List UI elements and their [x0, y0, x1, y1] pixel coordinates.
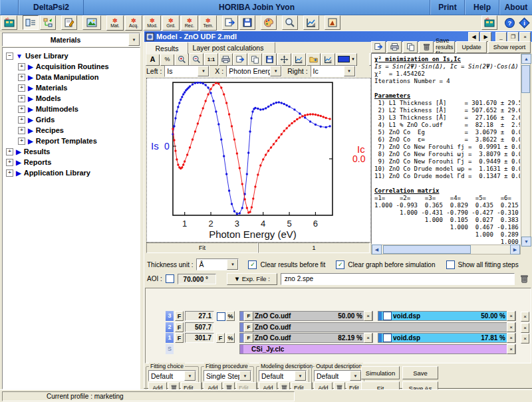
new-template-button[interactable]: ✲Tem. [200, 15, 217, 31]
remove-material-button[interactable]: × [364, 311, 372, 321]
left-axis-select[interactable]: Is▼ [164, 65, 209, 77]
expand-icon[interactable]: + [18, 63, 25, 70]
layer1-material-2[interactable]: void.dsp 17.81 % × [378, 333, 516, 343]
minimize-button[interactable]: _ [495, 32, 507, 42]
expand-icon[interactable]: + [18, 138, 25, 145]
tree-item-multimodels[interactable]: +▶Multimodels [3, 104, 140, 114]
tree-item-user-library[interactable]: −▼User Library [3, 50, 140, 61]
fitting-choice-select[interactable]: Default▼ [148, 370, 196, 381]
one-to-one-button[interactable]: 1:1 [204, 53, 218, 66]
expand-icon[interactable]: + [18, 74, 25, 81]
output-description-select[interactable]: Default▼ [314, 370, 362, 381]
material-fit-toggle[interactable]: F [244, 334, 253, 343]
search-button[interactable] [282, 15, 298, 30]
remove-material-button[interactable]: × [507, 322, 515, 332]
remove-material-button[interactable]: × [507, 333, 515, 343]
crosshair-button[interactable] [277, 53, 291, 66]
new-acquisition-button[interactable]: ✲Acq. [125, 15, 142, 31]
nav-next-button[interactable]: ▶ [480, 32, 491, 42]
x-axis-select[interactable]: Photon Energy▼ [226, 65, 282, 77]
menu-about[interactable]: About [499, 0, 532, 15]
show-steps-checkbox[interactable] [446, 260, 455, 269]
scroll-down-icon[interactable]: ▼ [521, 237, 531, 247]
chevron-down-icon[interactable]: ▼ [128, 33, 140, 46]
tree-item-report-templates[interactable]: +▶Report Templates [3, 136, 140, 146]
expand-icon[interactable]: + [6, 148, 13, 155]
layer1-pct-button[interactable]: % [226, 333, 235, 343]
delete-exp-file-button[interactable] [518, 273, 530, 284]
library-selector[interactable]: Materials ▼ [2, 33, 140, 47]
tree-item-application-library[interactable]: +▶Application Library [3, 167, 140, 178]
void-checkbox[interactable] [383, 334, 392, 342]
save-all-button[interactable] [239, 15, 255, 30]
layer1-material-1[interactable]: F ZnO Co.udf 82.19 % × [239, 333, 373, 343]
remove-material-button[interactable]: × [507, 311, 515, 321]
tree-item-results[interactable]: +▶Results [3, 146, 140, 157]
thickness-unit-select[interactable]: Å▼ [196, 258, 239, 270]
simulation-button[interactable]: Simulation [361, 366, 400, 379]
calculator-button[interactable] [1, 15, 17, 30]
results-vertical-scrollbar[interactable]: ▲ ▼ [521, 53, 531, 245]
show-report-button[interactable]: Show report [488, 41, 531, 53]
zoom-in-button[interactable] [175, 53, 189, 66]
help-button[interactable] [503, 16, 516, 29]
save-graph-button[interactable] [263, 53, 277, 66]
remove-layer-button[interactable]: × [521, 323, 529, 333]
collapse-icon[interactable]: − [6, 52, 13, 60]
right-axis-select[interactable]: Ic▼ [311, 65, 356, 77]
print-results-button[interactable] [387, 41, 402, 53]
expand-icon[interactable]: + [18, 127, 25, 134]
fit-chart-button[interactable] [321, 53, 335, 66]
close-button[interactable]: × [519, 32, 531, 42]
tree-item-models[interactable]: +▶Models [3, 93, 140, 104]
menu-print[interactable]: Print [430, 0, 465, 15]
copy-results-button[interactable] [403, 41, 418, 53]
print-graph-button[interactable] [219, 53, 233, 66]
open-data-button[interactable] [307, 53, 321, 66]
chart-tool-button[interactable] [303, 15, 319, 30]
expand-icon[interactable]: + [18, 116, 25, 124]
layer2-fit-toggle[interactable]: F [175, 322, 184, 332]
scroll-thumb[interactable] [383, 245, 471, 254]
expand-icon[interactable]: + [18, 95, 25, 102]
remove-material-button[interactable]: × [364, 333, 372, 343]
save-results-file-button[interactable]: Save results file [435, 41, 455, 53]
material-fit-toggle[interactable]: F [244, 323, 253, 332]
modeling-description-select[interactable]: Default▼ [259, 370, 307, 381]
tree-view-button[interactable] [23, 15, 39, 30]
new-recipe-button[interactable]: ✲Rec. [181, 15, 198, 31]
tab-results[interactable]: Results [146, 42, 188, 54]
tree-item-data-manipulation[interactable]: +▶Data Manipulation [3, 72, 140, 82]
spectra-chart[interactable]: 123456Photon Energy (eV)Is0Ic0.0 [146, 78, 371, 243]
remove-layer-button[interactable]: × [521, 312, 529, 322]
layer3-fit-toggle[interactable]: F [175, 311, 184, 321]
tree-item-reports[interactable]: +▶Reports [3, 157, 140, 167]
new-model-button[interactable]: ✲Mod. [144, 15, 161, 31]
layer3-checkbox[interactable] [217, 312, 225, 321]
aoi-value-field[interactable]: 70.000 ° [178, 274, 216, 284]
save-button[interactable]: Save [402, 366, 438, 379]
tree-item-materials[interactable]: +▶Materials [3, 82, 140, 93]
substrate-material[interactable]: CSi_Jy.clc × [239, 344, 516, 354]
scroll-up-icon[interactable]: ▲ [521, 54, 531, 64]
new-grid-button[interactable]: ✲Grd. [162, 15, 180, 31]
about-button[interactable] [517, 16, 531, 29]
layer3-pct-button[interactable]: % [226, 311, 235, 321]
layer1-fit-toggle-2[interactable]: F [216, 333, 225, 343]
palette-button[interactable] [261, 15, 277, 30]
image-view-button[interactable] [82, 15, 101, 30]
percent-button[interactable]: % [160, 53, 174, 66]
remove-material-button[interactable]: × [507, 344, 515, 354]
layer3-thickness-field[interactable]: 27.1 [185, 311, 214, 321]
scroll-left-icon[interactable]: ◀ [372, 245, 382, 254]
chart-mode-button[interactable] [292, 53, 306, 66]
picture-button[interactable] [325, 15, 340, 30]
expand-icon[interactable]: + [6, 159, 13, 166]
new-material-button[interactable]: ✲Mat. [106, 15, 124, 31]
export-results-button[interactable] [371, 41, 386, 53]
font-button[interactable]: A [146, 53, 160, 66]
export-button[interactable] [222, 15, 238, 30]
zoom-out-button[interactable] [190, 53, 203, 66]
tree-item-recipes[interactable]: +▶Recipes [3, 125, 140, 136]
fit-results-panel[interactable]: χ² minimization on Is,Ic Is = Sin(2Ψ)·Si… [371, 53, 521, 245]
